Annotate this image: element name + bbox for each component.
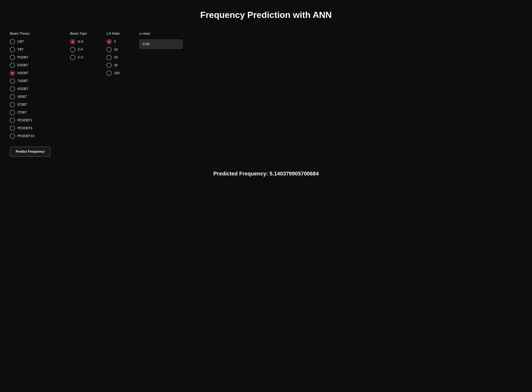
radio-lh-20[interactable] (106, 55, 112, 60)
radio-pesdbt10[interactable] (10, 134, 15, 139)
lh-ratio-column: L/h Ratio 5 10 20 30 100 (106, 32, 120, 76)
beam-theory-group: CBT TBT PSDBT ESDBT HSDBT TSDBT (10, 39, 50, 139)
lh-ratio-30[interactable]: 30 (106, 63, 120, 68)
lh-ratio-5-label: 5 (114, 40, 116, 44)
radio-lh-5[interactable] (106, 39, 112, 44)
beam-type-header: Beam Type (70, 32, 87, 36)
beam-theory-tsdbt[interactable]: TSDBT (10, 79, 50, 84)
radio-lh-30[interactable] (106, 63, 112, 68)
lh-ratio-10-label: 10 (114, 48, 118, 51)
radio-tbt[interactable] (10, 47, 15, 52)
radio-ss[interactable] (70, 39, 75, 44)
beam-theory-pesdbt1-label: PESDBT1 (17, 118, 32, 122)
beam-theory-pesdbt5-label: PESDBT5 (17, 126, 32, 130)
beam-theory-esdbt[interactable]: ESDBT (10, 63, 50, 68)
beam-theory-pesdbt10-label: PESDBT10 (17, 134, 34, 138)
beam-theory-tbt[interactable]: TBT (10, 47, 50, 52)
radio-cf[interactable] (70, 47, 75, 52)
p-value-column: p value (139, 32, 183, 49)
beam-theory-psdbt[interactable]: PSDBT (10, 55, 50, 60)
radio-tsdbt[interactable] (10, 79, 15, 84)
beam-theory-icdbt-label: ICDBT (17, 103, 27, 107)
lh-ratio-20[interactable]: 20 (106, 55, 120, 60)
p-value-header: p value (139, 32, 183, 36)
radio-cbt[interactable] (10, 39, 15, 44)
lh-ratio-30-label: 30 (114, 63, 118, 67)
form-columns: Beam Theory CBT TBT PSDBT ESDBT HSDBT (10, 32, 522, 157)
lh-ratio-5[interactable]: 5 (106, 39, 120, 44)
beam-theory-tbt-label: TBT (17, 48, 24, 51)
beam-type-ss[interactable]: S-S (70, 39, 87, 44)
beam-type-cf[interactable]: C-F (70, 47, 87, 52)
beam-theory-cbt-label: CBT (17, 40, 24, 44)
radio-pesdbt1[interactable] (10, 118, 15, 123)
beam-theory-cbt[interactable]: CBT (10, 39, 50, 44)
beam-theory-psdbt-label: PSDBT (17, 56, 28, 59)
page-title: Frequency Prediction with ANN (10, 6, 522, 24)
radio-lh-100[interactable] (106, 71, 112, 76)
beam-type-column: Beam Type S-S C-F C-C (70, 32, 87, 60)
radio-isdbt[interactable] (10, 94, 15, 99)
beam-type-cc[interactable]: C-C (70, 55, 87, 60)
beam-type-ss-label: S-S (78, 40, 83, 44)
beam-theory-hsdbt[interactable]: HSDBT (10, 71, 50, 76)
lh-ratio-100-label: 100 (114, 71, 119, 75)
beam-theory-isdbt-label: ISDBT (17, 95, 27, 99)
lh-ratio-group: 5 10 20 30 100 (106, 39, 120, 76)
radio-pesdbt5[interactable] (10, 126, 15, 131)
radio-asdbt[interactable] (10, 86, 15, 91)
beam-theory-header: Beam Theory (10, 32, 50, 36)
lh-ratio-header: L/h Ratio (106, 32, 120, 36)
radio-lh-10[interactable] (106, 47, 112, 52)
beam-theory-asdbt-label: ASDBT (17, 87, 28, 91)
beam-theory-hsdbt-label: HSDBT (17, 71, 28, 75)
predicted-result: Predicted Frequency: 5.140379905700684 (10, 167, 522, 181)
beam-theory-itdbt-label: ITDBT (17, 111, 27, 114)
beam-theory-pesdbt10[interactable]: PESDBT10 (10, 134, 50, 139)
beam-theory-pesdbt1[interactable]: PESDBT1 (10, 118, 50, 123)
beam-theory-esdbt-label: ESDBT (17, 63, 28, 67)
p-value-input[interactable] (139, 40, 183, 49)
beam-type-cc-label: C-C (78, 56, 84, 59)
beam-theory-itdbt[interactable]: ITDBT (10, 110, 50, 115)
predict-frequency-button[interactable]: Predict Frequency (10, 147, 50, 157)
radio-itdbt[interactable] (10, 110, 15, 115)
beam-theory-asdbt[interactable]: ASDBT (10, 86, 50, 91)
radio-esdbt[interactable] (10, 63, 15, 68)
beam-type-cf-label: C-F (78, 48, 83, 51)
lh-ratio-10[interactable]: 10 (106, 47, 120, 52)
radio-hsdbt[interactable] (10, 71, 15, 76)
beam-theory-icdbt[interactable]: ICDBT (10, 102, 50, 107)
beam-theory-column: Beam Theory CBT TBT PSDBT ESDBT HSDBT (10, 32, 50, 157)
radio-icdbt[interactable] (10, 102, 15, 107)
lh-ratio-20-label: 20 (114, 56, 118, 59)
beam-type-group: S-S C-F C-C (70, 39, 87, 60)
lh-ratio-100[interactable]: 100 (106, 71, 120, 76)
radio-cc[interactable] (70, 55, 75, 60)
beam-theory-isdbt[interactable]: ISDBT (10, 94, 50, 99)
beam-theory-pesdbt5[interactable]: PESDBT5 (10, 126, 50, 131)
radio-psdbt[interactable] (10, 55, 15, 60)
beam-theory-tsdbt-label: TSDBT (17, 79, 28, 83)
